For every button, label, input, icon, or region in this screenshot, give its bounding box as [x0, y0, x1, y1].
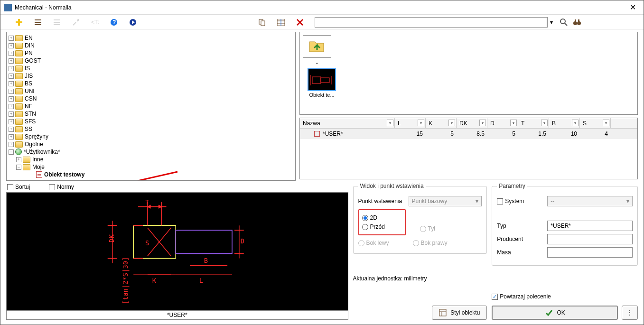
col-S[interactable]: S▾ — [580, 118, 611, 128]
tree-user-root[interactable]: *Użytkownika* — [24, 149, 60, 155]
tree-toggle[interactable]: − — [9, 149, 14, 155]
tree-toggle[interactable]: + — [16, 157, 21, 162]
filter-icon[interactable]: ▾ — [448, 120, 455, 126]
tree-item-UNI[interactable]: UNI — [25, 88, 35, 94]
tree-toggle[interactable]: + — [9, 111, 14, 117]
folder-icon — [23, 157, 30, 163]
list-icon[interactable] — [34, 18, 42, 27]
masa-input[interactable] — [547, 247, 633, 258]
punkt-bazowy-select[interactable]: Punkt bazowy▾ — [409, 196, 482, 206]
tree-toggle[interactable]: + — [9, 89, 14, 94]
tree-item-BS[interactable]: BS — [25, 80, 32, 87]
folder-icon — [15, 134, 23, 140]
delete-icon[interactable] — [296, 18, 304, 27]
help-icon[interactable]: ? — [110, 18, 118, 27]
filter-icon[interactable]: ▾ — [541, 120, 548, 126]
tree-inne[interactable]: Inne — [32, 156, 43, 163]
tree-item-Ogólne[interactable]: Ogólne — [25, 141, 43, 148]
tag-icon[interactable]: <T> — [91, 18, 99, 27]
filter-icon[interactable]: ▾ — [572, 120, 579, 126]
tree-item-STN[interactable]: STN — [25, 111, 36, 117]
col-L[interactable]: L▾ — [395, 118, 426, 128]
normy-checkbox[interactable]: Normy — [49, 184, 74, 190]
tree-toggle[interactable]: + — [9, 96, 14, 102]
col-D[interactable]: D▾ — [487, 118, 518, 128]
tree-item-CSN[interactable]: CSN — [25, 95, 37, 102]
search-icon[interactable] — [560, 18, 568, 27]
svg-rect-26 — [575, 19, 576, 22]
ok-button[interactable]: OK — [492, 306, 618, 320]
svg-rect-4 — [35, 24, 41, 25]
folder-icon — [15, 58, 23, 64]
tree-toggle[interactable]: + — [9, 142, 14, 147]
tree-moje[interactable]: Moje — [32, 164, 45, 170]
producent-input[interactable] — [547, 234, 633, 244]
tree-toggle[interactable]: + — [9, 127, 14, 132]
add-icon[interactable] — [15, 18, 23, 27]
tree-toggle[interactable]: + — [9, 51, 14, 56]
system-select[interactable]: --▾ — [547, 196, 633, 206]
folder-icon — [23, 164, 30, 170]
tree-item-SFS[interactable]: SFS — [25, 118, 36, 125]
svg-point-25 — [577, 21, 581, 25]
col-T[interactable]: T▾ — [518, 118, 549, 128]
tree-toggle[interactable]: + — [9, 119, 14, 124]
col-DK[interactable]: DK▾ — [457, 118, 487, 128]
system-checkbox[interactable]: System — [497, 198, 544, 204]
filter-icon[interactable]: ▾ — [387, 120, 393, 126]
tree-pane[interactable]: +EN+DIN+PN+GOST+IS+JIS+BS+UNI+CSN+NF+STN… — [6, 32, 296, 181]
tree-toggle[interactable]: + — [9, 134, 14, 139]
filter-icon[interactable]: ▾ — [603, 120, 609, 126]
tree-leaf-obiekt[interactable]: Obiekt testowy — [44, 171, 84, 178]
tree-item-JIS[interactable]: JIS — [25, 73, 33, 79]
search-input[interactable] — [315, 17, 547, 28]
thumb-obj-label: Obiekt te... — [309, 92, 334, 98]
table-row[interactable]: *USER* 15 5 8.5 5 1.5 10 4 — [300, 129, 637, 139]
tree-toggle[interactable]: − — [16, 165, 21, 170]
tree-item-PN[interactable]: PN — [25, 50, 33, 56]
folder-icon — [15, 119, 23, 125]
radio-przod[interactable]: Przód — [362, 223, 402, 230]
binoculars-icon[interactable] — [573, 18, 581, 27]
typ-input[interactable]: *USER* — [547, 221, 633, 231]
tree-toggle[interactable]: + — [9, 74, 14, 79]
tree-item-Sprężyny[interactable]: Sprężyny — [25, 133, 48, 140]
svg-rect-1 — [16, 21, 22, 23]
folder-up-thumb[interactable] — [303, 35, 331, 58]
tools-icon[interactable] — [72, 18, 80, 27]
tree-item-GOST[interactable]: GOST — [25, 57, 41, 64]
copy-icon[interactable] — [258, 18, 266, 27]
tree-toggle[interactable]: + — [9, 81, 14, 86]
svg-text:[tan|2*S|30]: [tan|2*S|30] — [121, 257, 130, 305]
tree-item-SS[interactable]: SS — [25, 126, 32, 132]
styl-obiektu-button[interactable]: Styl obiektu — [432, 306, 487, 320]
filter-icon[interactable]: ▾ — [510, 120, 517, 126]
repeat-checkbox[interactable]: Powtarzaj polecenie — [492, 293, 551, 300]
menu-button[interactable]: ⋮ — [622, 306, 638, 320]
close-button[interactable]: ✕ — [626, 3, 640, 12]
svg-line-23 — [565, 23, 567, 26]
tree-toggle[interactable]: + — [9, 66, 14, 71]
tree-toggle[interactable]: + — [9, 36, 14, 41]
table-icon[interactable] — [277, 18, 285, 27]
filter-icon[interactable]: ▾ — [418, 120, 424, 126]
tree-toggle[interactable]: + — [9, 104, 14, 109]
sortuj-checkbox[interactable]: Sortuj — [7, 184, 30, 190]
folder-icon — [15, 141, 23, 148]
list2-icon[interactable] — [53, 18, 61, 27]
tree-toggle[interactable]: + — [9, 43, 14, 48]
radio-2d[interactable]: 2D — [362, 214, 402, 221]
col-B[interactable]: B▾ — [549, 118, 580, 128]
tree-item-NF[interactable]: NF — [25, 103, 32, 110]
search-dropdown[interactable]: ▾ — [547, 17, 555, 28]
col-K[interactable]: K▾ — [426, 118, 457, 128]
object-thumb[interactable] — [308, 68, 336, 91]
col-nazwa[interactable]: Nazwa▾ — [300, 118, 395, 128]
filter-icon[interactable]: ▾ — [479, 120, 486, 126]
tree-item-IS[interactable]: IS — [25, 65, 30, 72]
tree-item-DIN[interactable]: DIN — [25, 42, 35, 49]
play-icon[interactable] — [129, 18, 137, 27]
tree-item-EN[interactable]: EN — [25, 35, 33, 41]
highlight-annotation: 2D Przód — [358, 209, 406, 235]
tree-toggle[interactable]: + — [9, 58, 14, 64]
